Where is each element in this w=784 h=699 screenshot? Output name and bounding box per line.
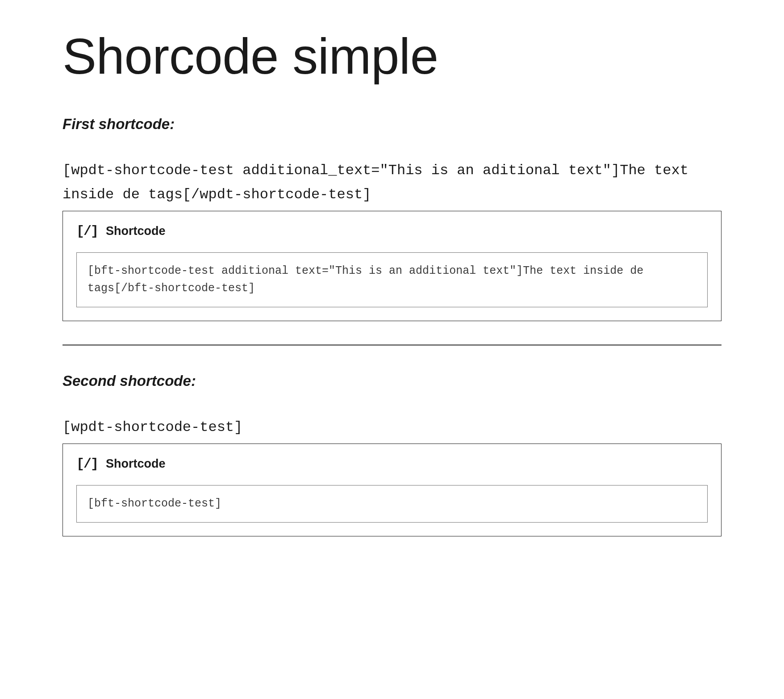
shortcode-block-header: [/] Shortcode <box>76 456 708 472</box>
shortcode-block-label: Shortcode <box>106 457 166 471</box>
section-first-shortcode: First shortcode: [wpdt-shortcode-test ad… <box>63 116 721 321</box>
shortcode-block-label: Shortcode <box>106 224 166 238</box>
section-second-shortcode: Second shortcode: [wpdt-shortcode-test] … <box>63 373 721 536</box>
shortcode-block-header: [/] Shortcode <box>76 224 708 239</box>
outer-code-first: [wpdt-shortcode-test additional_text="Th… <box>63 159 721 207</box>
shortcode-input-first[interactable]: [bft-shortcode-test additional text="Thi… <box>76 252 708 308</box>
shortcode-block-first[interactable]: [/] Shortcode [bft-shortcode-test additi… <box>63 211 721 322</box>
shortcode-input-second[interactable]: [bft-shortcode-test] <box>76 485 708 523</box>
section-divider <box>63 344 721 346</box>
section-heading-second: Second shortcode: <box>63 373 721 389</box>
page-title: Shorcode simple <box>63 27 721 85</box>
shortcode-block-second[interactable]: [/] Shortcode [bft-shortcode-test] <box>63 444 721 537</box>
outer-code-second: [wpdt-shortcode-test] <box>63 415 721 439</box>
shortcode-icon: [/] <box>76 456 98 472</box>
shortcode-icon: [/] <box>76 224 98 239</box>
section-heading-first: First shortcode: <box>63 116 721 133</box>
